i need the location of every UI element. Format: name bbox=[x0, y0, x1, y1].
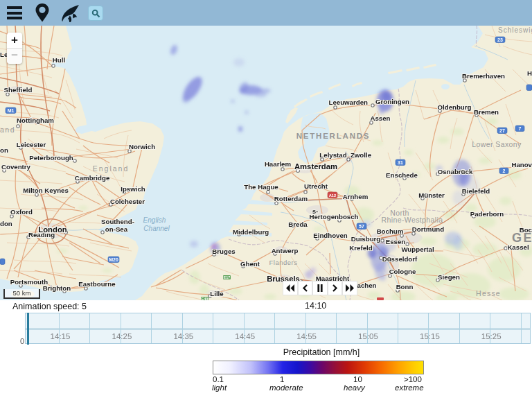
svg-text:Wuppertal: Wuppertal bbox=[401, 245, 434, 253]
svg-text:Hertogenbosch: Hertogenbosch bbox=[309, 213, 358, 220]
svg-text:Brighton: Brighton bbox=[43, 284, 71, 292]
svg-text:Peterborough: Peterborough bbox=[29, 154, 73, 162]
svg-text:Bonn: Bonn bbox=[396, 283, 414, 291]
svg-text:Essen: Essen bbox=[386, 238, 406, 245]
svg-text:Channel: Channel bbox=[143, 225, 170, 232]
svg-text:Rotterdam: Rotterdam bbox=[274, 195, 308, 202]
svg-text:Oldenburg: Oldenburg bbox=[438, 103, 472, 111]
svg-text:Antwerp: Antwerp bbox=[272, 247, 299, 254]
svg-text:M1: M1 bbox=[8, 108, 15, 113]
svg-text:Arnhem: Arnhem bbox=[343, 193, 369, 200]
svg-text:Amsterdam: Amsterdam bbox=[294, 162, 337, 171]
svg-text:don: don bbox=[0, 220, 12, 227]
svg-text:Leicester: Leicester bbox=[17, 141, 46, 148]
svg-text:Enschede: Enschede bbox=[386, 171, 418, 179]
svg-text:Cambridge: Cambridge bbox=[75, 174, 110, 182]
svg-text:Eastbourne: Eastbourne bbox=[78, 280, 116, 288]
svg-text:Ghent: Ghent bbox=[240, 260, 260, 268]
svg-text:Hesse: Hesse bbox=[476, 289, 501, 297]
svg-text:and: and bbox=[0, 126, 15, 134]
svg-text:Eindhoven: Eindhoven bbox=[313, 232, 348, 239]
svg-text:Duisburg: Duisburg bbox=[351, 235, 381, 243]
svg-text:Cologne: Cologne bbox=[389, 268, 416, 275]
svg-text:on: on bbox=[0, 146, 8, 154]
svg-text:London: London bbox=[38, 225, 67, 234]
svg-text:A12: A12 bbox=[329, 193, 337, 198]
svg-text:Colchester: Colchester bbox=[110, 198, 145, 205]
svg-text:Norwich: Norwich bbox=[129, 143, 155, 150]
svg-text:Flanders: Flanders bbox=[269, 259, 298, 266]
svg-text:2: 2 bbox=[503, 168, 506, 173]
svg-text:Lelystad: Lelystad bbox=[319, 151, 346, 159]
svg-text:Utrecht: Utrecht bbox=[304, 182, 328, 190]
svg-text:Middelburg: Middelburg bbox=[233, 228, 269, 236]
svg-text:Southend-: Southend- bbox=[101, 218, 134, 225]
svg-text:H: H bbox=[527, 69, 532, 77]
svg-text:Bruges: Bruges bbox=[212, 248, 235, 255]
svg-text:Sheffield: Sheffield bbox=[4, 86, 33, 94]
svg-text:Nottingham: Nottingham bbox=[17, 116, 54, 124]
svg-text:Breda: Breda bbox=[288, 220, 308, 228]
svg-text:Kassel: Kassel bbox=[507, 243, 529, 251]
svg-text:English: English bbox=[143, 216, 166, 224]
svg-text:E17: E17 bbox=[224, 275, 231, 279]
svg-text:Bielefeld: Bielefeld bbox=[462, 187, 490, 195]
svg-text:Dortmund: Dortmund bbox=[412, 225, 444, 233]
svg-text:Haarlem: Haarlem bbox=[265, 160, 292, 168]
svg-text:Bremerhaven: Bremerhaven bbox=[462, 72, 505, 80]
svg-text:Zwolle: Zwolle bbox=[351, 151, 372, 159]
svg-text:Hanov: Hanov bbox=[511, 161, 532, 168]
svg-text:Milton Keynes: Milton Keynes bbox=[23, 187, 69, 194]
svg-text:on-Sea: on-Sea bbox=[105, 225, 128, 233]
svg-text:Paderborn: Paderborn bbox=[470, 210, 504, 218]
svg-text:Bremen: Bremen bbox=[474, 108, 499, 116]
svg-text:Schleswig-Hol: Schleswig-Hol bbox=[498, 26, 532, 34]
svg-text:Lower Saxony: Lower Saxony bbox=[472, 140, 522, 148]
svg-text:Münster: Münster bbox=[418, 191, 445, 199]
svg-text:Osnabrück: Osnabrück bbox=[438, 168, 473, 175]
svg-text:NETHERLANDS: NETHERLANDS bbox=[296, 132, 371, 140]
svg-text:Leeuwarden: Leeuwarden bbox=[328, 98, 368, 106]
svg-text:Siegen: Siegen bbox=[438, 273, 460, 281]
svg-text:Groningen: Groningen bbox=[375, 98, 409, 105]
svg-text:57: 57 bbox=[359, 224, 364, 229]
svg-text:7: 7 bbox=[519, 126, 522, 131]
svg-text:Hull: Hull bbox=[53, 56, 65, 64]
svg-text:Ipswich: Ipswich bbox=[121, 185, 145, 193]
svg-text:Assen: Assen bbox=[370, 114, 390, 122]
svg-text:Krefeld: Krefeld bbox=[349, 244, 372, 252]
svg-text:27: 27 bbox=[499, 128, 505, 133]
svg-text:31: 31 bbox=[398, 160, 403, 165]
svg-text:The Hague: The Hague bbox=[244, 183, 278, 191]
svg-text:Rhine-Westphalia: Rhine-Westphalia bbox=[381, 216, 443, 224]
svg-text:Coventry: Coventry bbox=[1, 163, 31, 171]
svg-text:England: England bbox=[93, 164, 130, 173]
svg-text:Bochum: Bochum bbox=[377, 227, 404, 235]
svg-text:Lille: Lille bbox=[210, 290, 224, 297]
svg-text:Düsseldorf: Düsseldorf bbox=[382, 255, 418, 263]
svg-text:M20: M20 bbox=[109, 257, 118, 262]
svg-text:Oxford: Oxford bbox=[10, 208, 33, 216]
svg-text:Boc: Boc bbox=[520, 226, 532, 234]
svg-text:23: 23 bbox=[497, 37, 503, 42]
